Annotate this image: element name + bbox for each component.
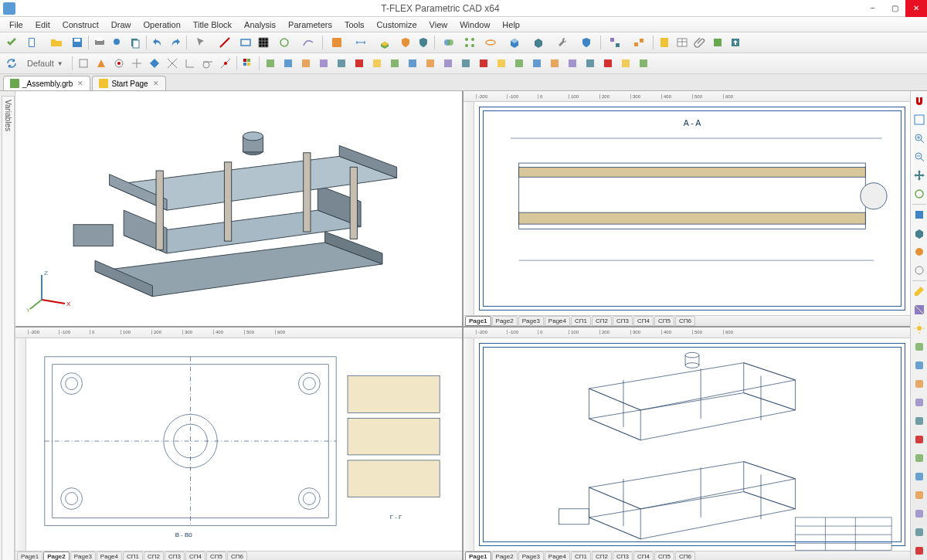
extrude-icon[interactable] [373,34,396,51]
export-icon[interactable] [727,34,744,51]
boolean-icon[interactable] [437,34,460,51]
dimension-icon[interactable] [349,34,372,51]
page-tab[interactable]: СП1 [571,316,591,326]
viewport-section[interactable]: -200-1000100200300400500600 A - A for(le… [464,91,910,326]
note-icon[interactable] [709,34,726,51]
snap-node-icon[interactable] [128,55,145,72]
menu-view[interactable]: View [423,19,454,31]
page-tab[interactable]: СП2 [144,552,164,560]
snap-center-icon[interactable] [110,55,127,72]
table-icon[interactable] [674,34,691,51]
tool-icon[interactable] [404,55,421,72]
page-tab[interactable]: Page1 [17,552,42,560]
wrench-icon[interactable] [551,34,574,51]
tool-icon[interactable] [911,487,928,504]
shield-icon[interactable] [397,34,414,51]
sketch-icon[interactable] [325,34,348,51]
tool-icon[interactable] [911,394,928,411]
tool-icon[interactable] [422,55,439,72]
tool-icon[interactable] [440,55,457,72]
menu-analysis[interactable]: Analysis [238,19,282,31]
tool-icon[interactable] [564,55,581,72]
tool-icon[interactable] [911,412,928,429]
menu-edit[interactable]: Edit [29,19,56,31]
menu-title-block[interactable]: Title Block [187,19,238,31]
sheet-icon[interactable] [656,34,673,51]
maximize-button[interactable]: ▢ [884,0,905,17]
page-tab[interactable]: Page2 [43,552,70,560]
viewport-iso-wire[interactable]: -200-1000100200300400500600 [464,328,910,561]
tool-icon[interactable] [386,55,403,72]
page-tab[interactable]: СП3 [165,552,185,560]
apply-icon[interactable] [3,34,20,51]
snap-int-icon[interactable] [164,55,181,72]
page-tab[interactable]: Page1 [465,316,491,326]
cube-icon[interactable] [503,34,526,51]
tool-icon[interactable] [911,431,928,448]
page-tab[interactable]: Page4 [545,316,570,326]
pan-icon[interactable] [911,167,928,184]
menu-construct[interactable]: Construct [56,19,105,31]
tool-icon[interactable] [911,505,928,522]
tool-icon[interactable] [911,357,928,374]
menu-draw[interactable]: Draw [105,19,138,31]
menu-tools[interactable]: Tools [338,19,371,31]
menu-help[interactable]: Help [496,19,526,31]
line-icon[interactable] [213,34,236,51]
tool-icon[interactable] [333,55,350,72]
viewport-3d[interactable]: X Y Z [15,91,462,326]
menu-operation[interactable]: Operation [137,19,186,31]
page-tab[interactable]: Page3 [518,316,544,326]
viewport-plan[interactable]: -200-1000100200300400500600 [15,328,462,561]
snap-mid-icon[interactable] [93,55,110,72]
tool-icon[interactable] [351,55,368,72]
snap-perp-icon[interactable] [182,55,199,72]
page-tab[interactable]: СП6 [227,552,247,560]
menu-customize[interactable]: Customize [371,19,423,31]
menu-parameters[interactable]: Parameters [282,19,338,31]
tool-icon[interactable] [911,338,928,355]
selection-icon[interactable] [189,34,212,51]
color-swatch-icon[interactable] [239,55,256,72]
tool-icon[interactable] [280,55,297,72]
tool-icon[interactable] [368,55,385,72]
page-tab[interactable]: СП6 [675,316,695,326]
refresh-icon[interactable] [3,55,20,72]
tool-icon[interactable] [911,468,928,485]
new-doc-icon[interactable] [21,34,44,51]
snap-quad-icon[interactable] [146,55,163,72]
close-tab-icon[interactable]: ✕ [153,80,159,87]
preview-icon[interactable] [109,34,126,51]
measure-icon[interactable] [911,283,928,300]
undo-icon[interactable] [149,34,166,51]
tool-icon[interactable] [911,542,928,559]
page-tab[interactable]: СП3 [613,316,633,326]
wire-icon[interactable] [911,262,928,279]
snap-end-icon[interactable] [75,55,92,72]
grid-icon[interactable] [255,34,272,51]
close-button[interactable]: ✕ [905,0,927,17]
minimize-button[interactable]: − [862,0,884,17]
snap-near-icon[interactable] [217,55,234,72]
tool-icon[interactable] [315,55,332,72]
doc-tab-assembly[interactable]: _Assembly.grb ✕ [3,76,90,90]
page-tab[interactable]: Page3 [70,552,96,560]
tool-icon[interactable] [493,55,510,72]
curve-icon[interactable] [297,34,320,51]
redo-icon[interactable] [167,34,184,51]
page-tab[interactable]: СП1 [123,552,143,560]
tool-icon[interactable] [511,55,528,72]
shield3-icon[interactable] [575,34,598,51]
magnet-icon[interactable] [911,93,928,110]
save-icon[interactable] [69,34,86,51]
tool-icon[interactable] [911,375,928,392]
zoom-out-icon[interactable] [911,148,928,165]
mate-icon[interactable] [627,34,650,51]
zoom-in-icon[interactable] [911,130,928,147]
layer-selector[interactable]: Default ▼ [21,59,70,68]
page-tab[interactable]: Page4 [97,552,122,560]
rotate-icon[interactable] [911,185,928,202]
tool-icon[interactable] [599,55,616,72]
page-tab[interactable]: СП4 [633,316,654,326]
menu-file[interactable]: File [3,19,29,31]
